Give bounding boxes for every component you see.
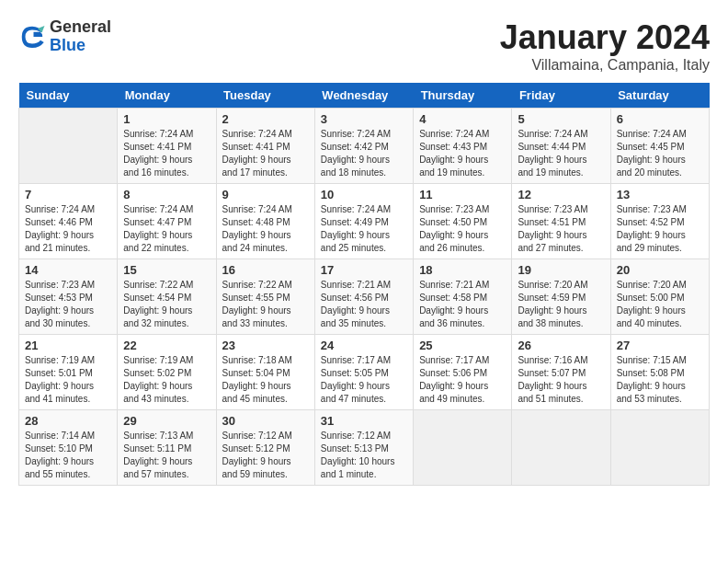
header-day-thursday: Thursday (414, 83, 512, 109)
day-cell: 16Sunrise: 7:22 AMSunset: 4:55 PMDayligh… (216, 259, 314, 335)
calendar-body: 1Sunrise: 7:24 AMSunset: 4:41 PMDaylight… (19, 109, 710, 486)
day-number: 29 (123, 414, 210, 428)
day-info: Sunrise: 7:15 AMSunset: 5:08 PMDaylight:… (617, 354, 703, 406)
day-cell: 28Sunrise: 7:14 AMSunset: 5:10 PMDayligh… (19, 410, 118, 486)
logo: General Blue (18, 18, 111, 55)
day-cell: 25Sunrise: 7:17 AMSunset: 5:06 PMDayligh… (414, 335, 512, 410)
week-row-3: 14Sunrise: 7:23 AMSunset: 4:53 PMDayligh… (19, 259, 710, 335)
day-cell: 30Sunrise: 7:12 AMSunset: 5:12 PMDayligh… (216, 410, 314, 486)
day-cell: 31Sunrise: 7:12 AMSunset: 5:13 PMDayligh… (314, 410, 413, 486)
day-number: 8 (123, 188, 210, 201)
day-cell: 13Sunrise: 7:23 AMSunset: 4:52 PMDayligh… (610, 184, 709, 259)
day-number: 2 (222, 112, 309, 126)
day-number: 10 (321, 188, 407, 201)
day-info: Sunrise: 7:24 AMSunset: 4:44 PMDaylight:… (518, 128, 604, 179)
day-cell: 2Sunrise: 7:24 AMSunset: 4:41 PMDaylight… (216, 109, 314, 184)
day-info: Sunrise: 7:24 AMSunset: 4:48 PMDaylight:… (222, 203, 309, 255)
header-day-tuesday: Tuesday (216, 83, 314, 109)
header-day-monday: Monday (118, 83, 216, 109)
day-number: 26 (518, 339, 604, 352)
day-info: Sunrise: 7:19 AMSunset: 5:02 PMDaylight:… (123, 354, 210, 406)
location: Villamaina, Campania, Italy (500, 57, 710, 74)
day-info: Sunrise: 7:12 AMSunset: 5:13 PMDaylight:… (321, 430, 407, 481)
header-day-saturday: Saturday (610, 83, 709, 109)
day-cell: 10Sunrise: 7:24 AMSunset: 4:49 PMDayligh… (314, 184, 413, 259)
day-cell: 12Sunrise: 7:23 AMSunset: 4:51 PMDayligh… (512, 184, 610, 259)
day-cell: 19Sunrise: 7:20 AMSunset: 4:59 PMDayligh… (512, 259, 610, 335)
day-info: Sunrise: 7:24 AMSunset: 4:46 PMDaylight:… (25, 203, 111, 255)
day-cell: 1Sunrise: 7:24 AMSunset: 4:41 PMDaylight… (118, 109, 216, 184)
day-number: 30 (222, 414, 309, 428)
day-cell (610, 410, 709, 486)
day-number: 25 (419, 339, 506, 352)
week-row-2: 7Sunrise: 7:24 AMSunset: 4:46 PMDaylight… (19, 184, 710, 259)
calendar-header: SundayMondayTuesdayWednesdayThursdayFrid… (19, 83, 710, 109)
day-info: Sunrise: 7:24 AMSunset: 4:49 PMDaylight:… (321, 203, 407, 255)
day-info: Sunrise: 7:19 AMSunset: 5:01 PMDaylight:… (25, 354, 111, 406)
day-number: 15 (123, 263, 210, 277)
day-info: Sunrise: 7:20 AMSunset: 5:00 PMDaylight:… (617, 279, 703, 330)
day-info: Sunrise: 7:20 AMSunset: 4:59 PMDaylight:… (518, 279, 604, 330)
week-row-1: 1Sunrise: 7:24 AMSunset: 4:41 PMDaylight… (19, 109, 710, 184)
day-number: 24 (321, 339, 407, 352)
day-cell: 9Sunrise: 7:24 AMSunset: 4:48 PMDaylight… (216, 184, 314, 259)
day-info: Sunrise: 7:24 AMSunset: 4:43 PMDaylight:… (419, 128, 506, 179)
day-cell: 18Sunrise: 7:21 AMSunset: 4:58 PMDayligh… (414, 259, 512, 335)
day-cell: 22Sunrise: 7:19 AMSunset: 5:02 PMDayligh… (118, 335, 216, 410)
day-cell: 24Sunrise: 7:17 AMSunset: 5:05 PMDayligh… (314, 335, 413, 410)
day-number: 3 (321, 112, 407, 126)
day-info: Sunrise: 7:21 AMSunset: 4:56 PMDaylight:… (321, 279, 407, 330)
day-cell: 8Sunrise: 7:24 AMSunset: 4:47 PMDaylight… (118, 184, 216, 259)
day-cell (512, 410, 610, 486)
day-cell: 4Sunrise: 7:24 AMSunset: 4:43 PMDaylight… (414, 109, 512, 184)
logo-general-text: General (50, 17, 111, 36)
day-number: 6 (617, 112, 703, 126)
day-number: 28 (25, 414, 111, 428)
day-cell: 14Sunrise: 7:23 AMSunset: 4:53 PMDayligh… (19, 259, 118, 335)
day-number: 12 (518, 188, 604, 201)
header-day-wednesday: Wednesday (314, 83, 413, 109)
day-info: Sunrise: 7:22 AMSunset: 4:55 PMDaylight:… (222, 279, 309, 330)
header-row: SundayMondayTuesdayWednesdayThursdayFrid… (19, 83, 710, 109)
logo-icon (18, 23, 46, 51)
day-cell: 7Sunrise: 7:24 AMSunset: 4:46 PMDaylight… (19, 184, 118, 259)
day-number: 17 (321, 263, 407, 277)
day-cell (19, 109, 118, 184)
page-header: General Blue January 2024 Villamaina, Ca… (18, 18, 710, 74)
day-number: 20 (617, 263, 703, 277)
day-info: Sunrise: 7:17 AMSunset: 5:06 PMDaylight:… (419, 354, 506, 406)
day-number: 19 (518, 263, 604, 277)
header-day-sunday: Sunday (19, 83, 118, 109)
day-cell: 11Sunrise: 7:23 AMSunset: 4:50 PMDayligh… (414, 184, 512, 259)
day-info: Sunrise: 7:24 AMSunset: 4:41 PMDaylight:… (222, 128, 309, 179)
title-block: January 2024 Villamaina, Campania, Italy (500, 18, 710, 74)
logo-text: General Blue (50, 18, 111, 55)
day-number: 27 (617, 339, 703, 352)
day-info: Sunrise: 7:24 AMSunset: 4:47 PMDaylight:… (123, 203, 210, 255)
week-row-4: 21Sunrise: 7:19 AMSunset: 5:01 PMDayligh… (19, 335, 710, 410)
day-number: 13 (617, 188, 703, 201)
day-number: 21 (25, 339, 111, 352)
day-info: Sunrise: 7:23 AMSunset: 4:53 PMDaylight:… (25, 279, 111, 330)
day-info: Sunrise: 7:13 AMSunset: 5:11 PMDaylight:… (123, 430, 210, 481)
day-number: 22 (123, 339, 210, 352)
month-title: January 2024 (500, 18, 710, 57)
day-number: 11 (419, 188, 506, 201)
calendar-table: SundayMondayTuesdayWednesdayThursdayFrid… (18, 83, 710, 486)
day-info: Sunrise: 7:22 AMSunset: 4:54 PMDaylight:… (123, 279, 210, 330)
day-number: 14 (25, 263, 111, 277)
day-info: Sunrise: 7:21 AMSunset: 4:58 PMDaylight:… (419, 279, 506, 330)
week-row-5: 28Sunrise: 7:14 AMSunset: 5:10 PMDayligh… (19, 410, 710, 486)
day-number: 4 (419, 112, 506, 126)
day-info: Sunrise: 7:24 AMSunset: 4:45 PMDaylight:… (617, 128, 703, 179)
day-number: 16 (222, 263, 309, 277)
day-info: Sunrise: 7:16 AMSunset: 5:07 PMDaylight:… (518, 354, 604, 406)
day-cell: 17Sunrise: 7:21 AMSunset: 4:56 PMDayligh… (314, 259, 413, 335)
day-number: 31 (321, 414, 407, 428)
day-info: Sunrise: 7:24 AMSunset: 4:41 PMDaylight:… (123, 128, 210, 179)
day-info: Sunrise: 7:18 AMSunset: 5:04 PMDaylight:… (222, 354, 309, 406)
day-info: Sunrise: 7:12 AMSunset: 5:12 PMDaylight:… (222, 430, 309, 481)
day-info: Sunrise: 7:14 AMSunset: 5:10 PMDaylight:… (25, 430, 111, 481)
day-cell: 21Sunrise: 7:19 AMSunset: 5:01 PMDayligh… (19, 335, 118, 410)
day-cell: 20Sunrise: 7:20 AMSunset: 5:00 PMDayligh… (610, 259, 709, 335)
